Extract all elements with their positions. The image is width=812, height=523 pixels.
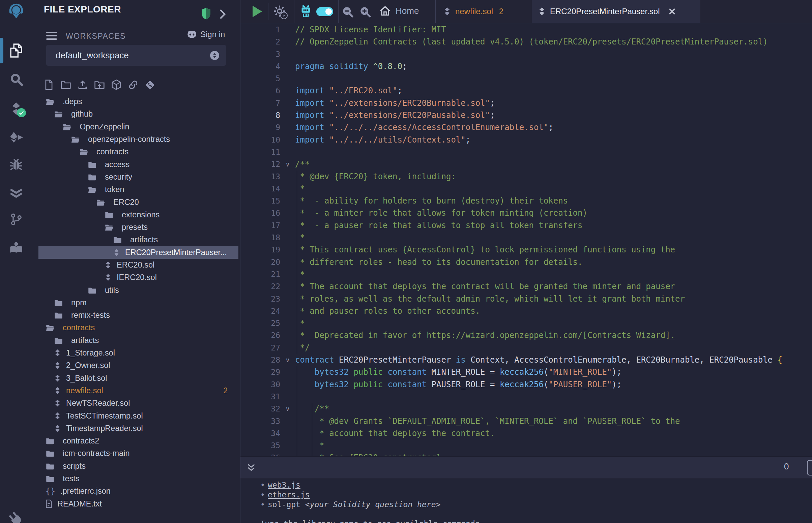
workspaces-menu-icon[interactable]	[46, 32, 57, 42]
line-number: 4	[241, 60, 280, 72]
tree-item[interactable]: access	[38, 158, 239, 170]
tab-newfile-sol[interactable]: newfile.sol 2	[435, 0, 539, 23]
tree-item[interactable]: newfile.sol2	[38, 384, 239, 397]
double-chevron-check-icon	[10, 187, 23, 199]
new-folder-icon[interactable]	[60, 78, 72, 92]
run-config-gear-icon[interactable]	[273, 5, 286, 17]
tab-erc20presetminterpauser-sol[interactable]: ERC20PresetMinterPauser.sol	[532, 0, 700, 23]
import-link-icon[interactable]	[127, 78, 139, 92]
tree-item[interactable]: README.txt	[38, 498, 239, 510]
tree-item[interactable]: 1_Storage.sol	[38, 347, 239, 359]
folder-icon	[88, 161, 97, 168]
tree-item-label: NewTSReader.sol	[66, 399, 130, 408]
tree-item[interactable]: openzeppelin-contracts	[38, 133, 239, 146]
tree-item[interactable]: TimestampReader.sol	[38, 422, 239, 435]
zoom-in-icon[interactable]	[359, 6, 371, 18]
tree-item[interactable]: ERC20	[38, 196, 239, 208]
terminal-search-input[interactable]	[807, 460, 812, 475]
upload-folder-icon[interactable]	[93, 78, 106, 92]
tree-item[interactable]: remix-tests	[38, 309, 239, 322]
code-line-34: 34 * account that deploys the contract.	[241, 427, 812, 439]
tree-item[interactable]: icm-contracts-main	[38, 447, 239, 459]
terminal-hint-row: Type the library name to see available c…	[241, 519, 812, 523]
upload-file-icon[interactable]	[76, 78, 89, 92]
workspaces-label: WORKSPACES	[66, 32, 126, 41]
ai-copilot-toggle[interactable]	[316, 7, 333, 16]
tree-item[interactable]: {}.prettierrc.json	[38, 485, 239, 498]
run-script-icon[interactable]	[252, 6, 262, 17]
sidebar-item-file-explorer[interactable]	[0, 40, 32, 61]
remix-logo-icon[interactable]	[0, 0, 32, 22]
line-number: 10	[241, 134, 280, 146]
tree-item[interactable]: npm	[38, 296, 239, 309]
sidebar-item-debugger[interactable]	[0, 154, 32, 176]
terminal-library-link-row: •ethers.js	[241, 490, 812, 500]
sidebar-item-plugin-manager[interactable]	[0, 509, 32, 523]
tree-item[interactable]: github	[38, 108, 239, 120]
tree-item[interactable]: IERC20.sol	[38, 271, 239, 284]
sign-in-button[interactable]: Sign in	[186, 30, 225, 39]
tree-item-label: github	[71, 109, 93, 119]
fold-chevron-icon[interactable]: ∨	[280, 403, 295, 415]
fold-chevron-icon[interactable]: ∨	[280, 354, 295, 366]
tree-item[interactable]: token	[38, 183, 239, 196]
zoom-out-icon[interactable]	[341, 6, 354, 18]
tree-item[interactable]: 2_Owner.sol	[38, 359, 239, 372]
tree-item[interactable]: OpenZeppelin	[38, 121, 239, 133]
sidebar-item-deploy-run[interactable]	[0, 126, 32, 148]
code-editor[interactable]: 1// SPDX-License-Identifier: MIT2// Open…	[241, 23, 812, 457]
sidebar-item-solidity-compiler[interactable]	[0, 98, 32, 120]
new-file-icon[interactable]	[43, 78, 55, 92]
line-number: 6	[241, 85, 280, 97]
sidebar-item-search[interactable]	[0, 68, 32, 90]
line-number: 20	[241, 256, 280, 268]
sol-icon	[54, 424, 61, 433]
line-number: 19	[241, 244, 280, 256]
terminal-link[interactable]: web3.js	[268, 481, 300, 489]
terminal-expand-icon[interactable]	[247, 463, 256, 472]
home-tab[interactable]: Home	[379, 5, 419, 16]
line-number: 23	[241, 293, 280, 305]
tree-item[interactable]: contracts	[38, 146, 239, 158]
tree-item[interactable]: artifacts	[38, 234, 239, 246]
tree-item[interactable]: 3_Ballot.sol	[38, 372, 239, 384]
sign-in-label: Sign in	[200, 30, 225, 39]
terminal-link[interactable]: ethers.js	[268, 490, 310, 499]
tree-item[interactable]: contracts	[38, 322, 239, 334]
import-cube-icon[interactable]	[110, 78, 122, 92]
tree-item[interactable]: utils	[38, 284, 239, 296]
tree-item[interactable]: artifacts	[38, 334, 239, 347]
folder-icon	[54, 337, 63, 344]
tree-item-label: contracts2	[63, 436, 99, 446]
sidebar-item-learneth[interactable]	[0, 238, 32, 259]
chevron-right-icon[interactable]	[219, 9, 226, 20]
tree-item[interactable]: tests	[38, 472, 239, 485]
sidebar-item-unit-testing[interactable]	[0, 182, 32, 204]
tree-item[interactable]: .deps	[38, 95, 239, 108]
tree-item[interactable]: security	[38, 171, 239, 183]
tree-item-label: tests	[63, 474, 80, 483]
shield-icon[interactable]	[200, 7, 212, 20]
clone-git-icon[interactable]	[144, 78, 156, 92]
file-tree: .depsgithubOpenZeppelinopenzeppelin-cont…	[32, 95, 240, 523]
fold-chevron-icon[interactable]: ∨	[280, 158, 295, 170]
workspace-select[interactable]: default_workspace	[46, 45, 226, 66]
tree-item-label: access	[105, 160, 129, 169]
tree-item[interactable]: presets	[38, 221, 239, 234]
tree-item[interactable]: TestSCTimestamp.sol	[38, 410, 239, 422]
close-icon[interactable]	[668, 8, 676, 15]
ai-robot-icon	[299, 5, 312, 18]
tree-item[interactable]: extensions	[38, 209, 239, 221]
line-number: 31	[241, 391, 280, 403]
code-line-35: 35 *	[241, 439, 812, 452]
solidity-file-icon	[443, 7, 451, 16]
line-number: 35	[241, 439, 280, 452]
modified-count-badge: 2	[223, 386, 228, 395]
sidebar-item-git[interactable]	[0, 209, 32, 230]
tree-item[interactable]: scripts	[38, 460, 239, 472]
tree-item[interactable]: NewTSReader.sol	[38, 397, 239, 410]
tree-item[interactable]: contracts2	[38, 435, 239, 447]
tree-item[interactable]: ERC20PresetMinterPauser...	[38, 246, 239, 259]
tree-item[interactable]: ERC20.sol	[38, 259, 239, 271]
tree-item-label: ERC20.sol	[117, 260, 155, 270]
